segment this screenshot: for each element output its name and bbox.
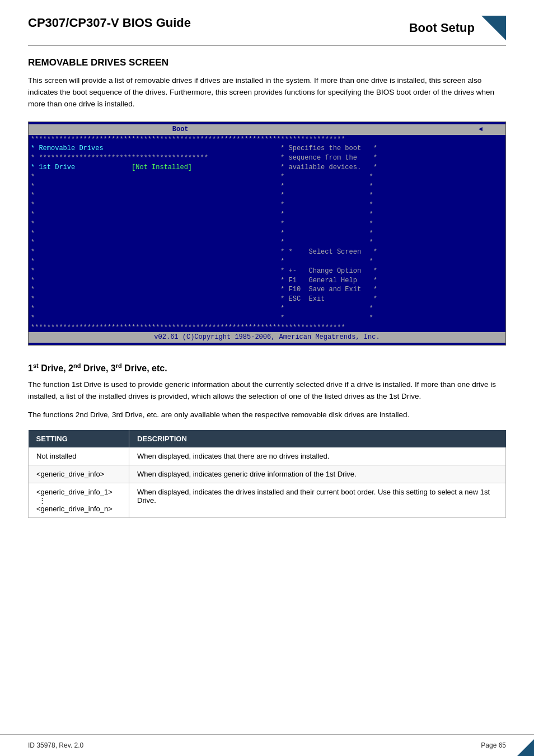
page-title: CP307/CP307-V BIOS Guide [28,16,191,30]
col2-header: DESCRIPTION [129,430,506,447]
bios-nav3-right: * F10 Save and Exit * [277,285,503,295]
bios-empty7: * * * [29,229,505,239]
section2-para2: The functions 2nd Drive, 3rd Drive, etc.… [28,409,506,421]
table-header-row: SETTING DESCRIPTION [29,430,506,447]
page-wrapper: CP307/CP307-V BIOS Guide Boot Setup REMO… [0,0,534,756]
bios-nav2-right: * F1 General Help * [277,276,503,286]
section1-heading: REMOVABLE DRIVES SCREEN [28,57,506,68]
settings-table: SETTING DESCRIPTION Not installed When d… [28,430,506,518]
section1-intro: This screen will provide a list of remov… [28,75,506,110]
bios-empty4: * * * [29,200,505,210]
bios-row3-left: * 1st Drive [Not Installed] [31,163,277,172]
bios-row1-left: * Removable Drives [31,144,277,153]
heading-1st: 1st Drive, 2nd Drive, 3rd Drive, etc. [28,363,167,373]
bios-nav4-left: * [31,295,277,304]
bios-select-left: * [31,248,277,257]
table-header: SETTING DESCRIPTION [29,430,506,447]
bios-stars-bottom: ****************************************… [29,323,505,333]
bios-title-bar: Boot ◄ [29,124,505,135]
corner-accent-icon [481,16,506,40]
desc-cell: When displayed, indicates that there are… [129,447,506,465]
bios-stars-top: ****************************************… [29,135,505,144]
table-row: <generic_drive_info_1> ⋮ <generic_drive_… [29,483,506,518]
main-content: REMOVABLE DRIVES SCREEN This screen will… [0,46,534,518]
bios-nav1-left: * [31,267,277,276]
bios-nav2-left: * [31,276,277,286]
bios-footer-bar: v02.61 (C)Copyright 1985-2006, American … [29,332,505,343]
bios-empty11: * * * [29,314,505,323]
bios-nav1-right: * +- Change Option * [277,267,503,276]
setting-cell: Not installed [29,447,129,465]
footer-corner-accent-icon [517,739,534,756]
page-header: CP307/CP307-V BIOS Guide Boot Setup [0,0,534,40]
bios-row2-left: * **************************************… [31,153,277,163]
table-body: Not installed When displayed, indicates … [29,447,506,518]
bios-row3-right: * available devices. * [277,163,503,172]
desc-cell: When displayed, indicates the drives ins… [129,483,506,518]
header-section: Boot Setup [409,21,475,35]
desc-cell: When displayed, indicates generic drive … [129,465,506,483]
bios-row2-right: * sequence from the * [277,153,503,163]
bios-empty5: * * * [29,210,505,220]
bios-empty2: * * * [29,182,505,192]
bios-row1-right: * Specifies the boot * [277,144,503,153]
footer-page: Page 65 [481,741,506,749]
bios-nav3-left: * [31,285,277,295]
bios-empty9: * * * [29,257,505,267]
col1-header: SETTING [29,430,129,447]
footer-id: ID 35978, Rev. 2.0 [28,741,83,749]
bios-empty6: * * * [29,220,505,229]
bios-nav2: * * F1 General Help * [29,276,505,286]
bios-row2: * **************************************… [29,153,505,163]
setting-cell: <generic_drive_info_1> ⋮ <generic_drive_… [29,483,129,518]
bios-screen: Boot ◄ *********************************… [28,122,506,346]
section2-para1: The function 1st Drive is used to provid… [28,379,506,403]
bios-nav1: * * +- Change Option * [29,267,505,276]
setting-cell: <generic_drive_info> [29,465,129,483]
bios-row3: * 1st Drive [Not Installed] * available … [29,163,505,172]
header-right: Boot Setup [409,16,506,40]
bios-empty8: * * * [29,238,505,248]
table-row: <generic_drive_info> When displayed, ind… [29,465,506,483]
bios-empty3: * * * [29,191,505,200]
page-footer: ID 35978, Rev. 2.0 Page 65 [0,734,534,756]
bios-nav3: * * F10 Save and Exit * [29,285,505,295]
bios-select-screen: * * * Select Screen * [29,248,505,257]
bios-empty10: * * * [29,304,505,314]
bios-row1: * Removable Drives * Specifies the boot … [29,144,505,153]
bios-nav4-right: * ESC Exit * [277,295,503,304]
section2-heading: 1st Drive, 2nd Drive, 3rd Drive, etc. [28,362,506,374]
bios-select-right: * * Select Screen * [277,248,503,257]
bios-nav4: * * ESC Exit * [29,295,505,304]
bios-empty1: * * * [29,172,505,182]
table-row: Not installed When displayed, indicates … [29,447,506,465]
